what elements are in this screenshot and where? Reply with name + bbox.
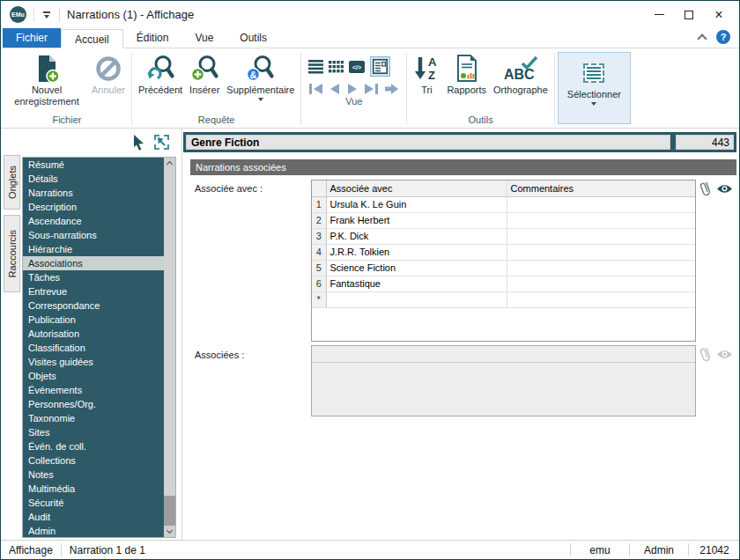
search-previous-button[interactable]: Précédent bbox=[135, 50, 186, 98]
sidebar-item-t-ches[interactable]: Tâches bbox=[23, 270, 164, 284]
cell-associee-avec[interactable]: Ursula K. Le Guin bbox=[326, 196, 507, 212]
select-button[interactable]: Sélectionner bbox=[558, 52, 631, 124]
spellcheck-button[interactable]: ABC Orthographe bbox=[490, 50, 551, 98]
sidebar-item-narrations[interactable]: Narrations bbox=[23, 186, 164, 200]
sidebar-item-sous-narrations[interactable]: Sous-narrations bbox=[23, 228, 164, 242]
cell-commentaires[interactable] bbox=[507, 228, 695, 244]
row-number[interactable]: 2 bbox=[312, 212, 326, 228]
sidebar-item--v-nements[interactable]: Événements bbox=[23, 383, 164, 397]
sidebar-item-sites[interactable]: Sites bbox=[23, 425, 164, 439]
record-summary-field[interactable]: Genre Fiction bbox=[186, 135, 670, 150]
table-row[interactable]: 6Fantastique bbox=[312, 276, 695, 291]
associated-grid[interactable] bbox=[311, 345, 696, 416]
goto-record-icon[interactable] bbox=[384, 83, 399, 95]
attach-icon[interactable] bbox=[695, 178, 715, 200]
sidebar-item-classification[interactable]: Classification bbox=[23, 341, 164, 355]
xml-view-icon[interactable]: </> bbox=[349, 60, 365, 74]
sidebar-tab-onglets[interactable]: Onglets bbox=[4, 155, 20, 210]
sidebar-item--v-n-de-coll-[interactable]: Évén. de coll. bbox=[23, 439, 164, 453]
minimize-button[interactable] bbox=[644, 4, 674, 26]
row-number[interactable]: 6 bbox=[312, 276, 326, 291]
first-record-icon[interactable] bbox=[308, 83, 323, 95]
sort-button[interactable]: A Z Tri bbox=[410, 50, 443, 98]
previous-record-icon[interactable] bbox=[329, 83, 341, 95]
sidebar-scrollbar[interactable] bbox=[164, 158, 175, 537]
scrollbar-thumb[interactable] bbox=[164, 169, 175, 496]
sidebar-item-d-tails[interactable]: Détails bbox=[23, 172, 164, 186]
maximize-button[interactable] bbox=[674, 4, 704, 26]
cell-commentaires[interactable] bbox=[507, 196, 695, 212]
row-number[interactable]: 1 bbox=[312, 196, 326, 212]
sidebar-item-hi-rarchie[interactable]: Hiérarchie bbox=[23, 242, 164, 256]
sidebar-item-r-sum-[interactable]: Résumé bbox=[23, 158, 164, 172]
sidebar-item-visites-guid-es[interactable]: Visites guidées bbox=[23, 355, 164, 369]
tab-outils[interactable]: Outils bbox=[226, 28, 280, 48]
cell-associee-avec[interactable]: Science Fiction bbox=[326, 260, 507, 276]
cell-associee-avec[interactable]: J.R.R. Tolkien bbox=[326, 244, 507, 260]
sidebar-item-taxonomie[interactable]: Taxonomie bbox=[23, 411, 164, 425]
help-icon[interactable]: ? bbox=[716, 30, 730, 44]
select-region-icon[interactable] bbox=[154, 135, 169, 150]
row-number[interactable]: 5 bbox=[312, 260, 326, 276]
tab-vue[interactable]: Vue bbox=[181, 28, 226, 48]
sidebar-item-multim-dia[interactable]: Multimédia bbox=[23, 482, 164, 496]
cell-commentaires[interactable] bbox=[507, 276, 695, 291]
cell-commentaires[interactable] bbox=[507, 291, 695, 307]
scroll-down-button[interactable] bbox=[164, 526, 175, 537]
row-number[interactable]: 3 bbox=[312, 228, 326, 244]
reports-button[interactable]: Rapports bbox=[443, 50, 490, 98]
sidebar-item-correspondance[interactable]: Correspondance bbox=[23, 298, 164, 313]
cell-commentaires[interactable] bbox=[507, 212, 695, 228]
quick-access-dropdown-icon[interactable] bbox=[41, 11, 52, 18]
minimize-icon bbox=[655, 14, 664, 15]
sidebar-item-autorisation[interactable]: Autorisation bbox=[23, 327, 164, 341]
list-view-icon[interactable] bbox=[308, 59, 323, 74]
details-view-icon[interactable] bbox=[370, 56, 390, 77]
table-row[interactable]: 3P.K. Dick bbox=[312, 228, 695, 244]
contact-sheet-view-icon[interactable] bbox=[329, 59, 344, 74]
sidebar-item-notes[interactable]: Notes bbox=[23, 468, 164, 482]
sidebar-item-collections[interactable]: Collections bbox=[23, 453, 164, 468]
sidebar-item-ascendance[interactable]: Ascendance bbox=[23, 214, 164, 228]
search-supplementary-icon: & bbox=[246, 52, 275, 85]
pointer-icon[interactable] bbox=[130, 133, 146, 151]
search-insert-button[interactable]: Insérer bbox=[186, 50, 223, 98]
table-row[interactable]: 1Ursula K. Le Guin bbox=[312, 196, 695, 212]
sidebar-tab-raccourcis[interactable]: Raccourcis bbox=[4, 215, 20, 292]
tab-accueil[interactable]: Accueil bbox=[61, 29, 123, 48]
associated-with-grid[interactable]: Associée avec Commentaires 1Ursula K. Le… bbox=[311, 180, 696, 342]
cell-commentaires[interactable] bbox=[507, 260, 695, 276]
cell-associee-avec[interactable]: Frank Herbert bbox=[326, 212, 507, 228]
tab-fichier[interactable]: Fichier bbox=[3, 28, 61, 48]
sidebar-item-publication[interactable]: Publication bbox=[23, 313, 164, 327]
search-supplementary-button[interactable]: & Supplémentaire bbox=[223, 50, 298, 103]
sidebar-item-associations[interactable]: Associations bbox=[23, 256, 164, 270]
table-row[interactable]: 4J.R.R. Tolkien bbox=[312, 244, 695, 260]
last-record-icon[interactable] bbox=[364, 83, 379, 95]
tab-edition[interactable]: Édition bbox=[123, 28, 182, 48]
table-row[interactable]: 5Science Fiction bbox=[312, 260, 695, 276]
emu-logo: EMu bbox=[10, 6, 26, 23]
collapse-ribbon-icon[interactable] bbox=[697, 33, 707, 43]
sidebar-item-description[interactable]: Description bbox=[23, 200, 164, 214]
cell-commentaires[interactable] bbox=[507, 244, 695, 260]
sidebar-item-audit[interactable]: Audit bbox=[23, 510, 164, 524]
cell-associee-avec[interactable] bbox=[326, 291, 507, 307]
sidebar-item-admin[interactable]: Admin bbox=[23, 524, 164, 537]
sidebar-tab-list: RésuméDétailsNarrationsDescriptionAscend… bbox=[22, 157, 176, 538]
sidebar-item-personnes-org-[interactable]: Personnes/Org. bbox=[23, 397, 164, 411]
table-row[interactable]: 2Frank Herbert bbox=[312, 212, 695, 228]
row-number[interactable]: 4 bbox=[312, 244, 326, 260]
cell-associee-avec[interactable]: Fantastique bbox=[326, 276, 507, 291]
scroll-up-button[interactable] bbox=[164, 158, 175, 169]
sidebar-item-s-curit-[interactable]: Sécurité bbox=[23, 496, 164, 510]
cell-associee-avec[interactable]: P.K. Dick bbox=[326, 228, 507, 244]
new-record-button[interactable]: Nouvel enregistrement bbox=[5, 50, 88, 109]
sidebar-item-objets[interactable]: Objets bbox=[23, 369, 164, 383]
sidebar-item-entrevue[interactable]: Entrevue bbox=[23, 284, 164, 298]
close-button[interactable]: × bbox=[704, 4, 734, 26]
cancel-button[interactable]: Annuler bbox=[88, 50, 129, 98]
next-record-icon[interactable] bbox=[346, 83, 359, 95]
view-attached-icon[interactable] bbox=[716, 183, 733, 195]
table-new-row[interactable]: * bbox=[312, 291, 695, 307]
